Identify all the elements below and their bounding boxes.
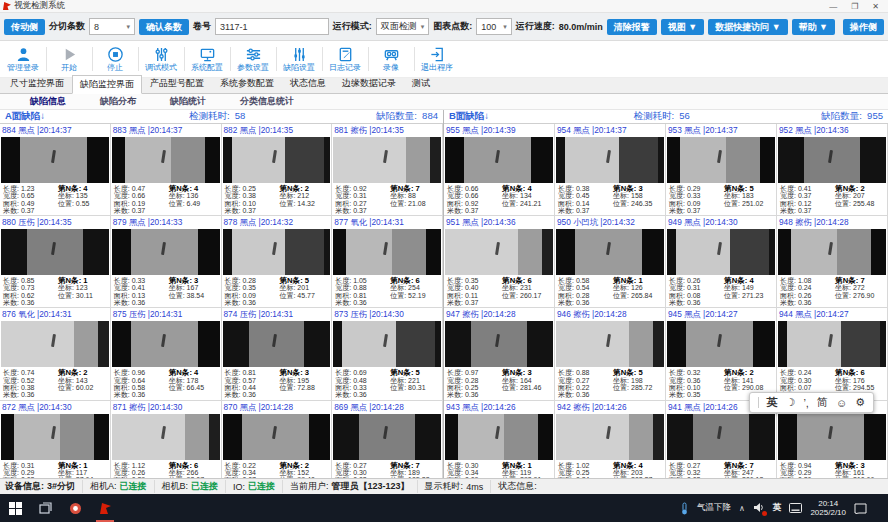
slit-count-select[interactable]: 8▾ bbox=[89, 18, 135, 35]
defect-image[interactable] bbox=[778, 229, 886, 275]
defect-card[interactable]: 877 氧化 |20:14:31长度: 1.05宽度: 0.88面积: 0.81… bbox=[332, 216, 443, 308]
data-shortcut-menu-button[interactable]: 数据快捷访问 ▼ bbox=[708, 19, 787, 35]
panel-title[interactable]: A面缺陷↓ bbox=[5, 110, 118, 123]
defect-card[interactable]: 873 压伤 |20:14:30长度: 0.69宽度: 0.48面积: 0.33… bbox=[332, 308, 443, 400]
defect-card[interactable]: 875 压伤 |20:14:31长度: 0.96宽度: 0.64面积: 0.58… bbox=[111, 308, 222, 400]
start-button[interactable] bbox=[0, 494, 30, 522]
sub-tab-2[interactable]: 缺陷分布 bbox=[100, 95, 136, 108]
defect-card[interactable]: 947 擦伤 |20:14:28长度: 0.97宽度: 0.28面积: 0.25… bbox=[444, 308, 555, 400]
defect-card[interactable]: 950 小凹坑 |20:14:32长度: 0.58宽度: 0.54面积: 0.2… bbox=[555, 216, 666, 308]
defect-card[interactable]: 880 压伤 |20:14:35长度: 0.85宽度: 0.73面积: 0.62… bbox=[0, 216, 111, 308]
taskbar-clock[interactable]: 20:14 2025/2/10 bbox=[810, 499, 846, 517]
help-menu-button[interactable]: 帮助 ▼ bbox=[792, 19, 835, 35]
close-button[interactable]: ✕ bbox=[872, 2, 879, 11]
defect-image[interactable] bbox=[223, 414, 331, 460]
defect-image[interactable] bbox=[778, 137, 886, 183]
ime-language-toggle[interactable]: 英 bbox=[767, 395, 778, 410]
chart-points-select[interactable]: 100▾ bbox=[476, 18, 512, 35]
defect-image[interactable] bbox=[1, 137, 109, 183]
defect-card[interactable]: 951 黑点 |20:14:36长度: 0.35宽度: 0.40面积: 0.11… bbox=[444, 216, 555, 308]
defect-image[interactable] bbox=[556, 229, 664, 275]
run-mode-select[interactable]: 双面检测▾ bbox=[376, 18, 430, 35]
maximize-button[interactable]: ❐ bbox=[851, 2, 858, 11]
ime-settings-gear-icon[interactable]: ⚙ bbox=[855, 396, 865, 409]
notification-center-icon[interactable] bbox=[854, 503, 867, 514]
defect-image[interactable] bbox=[667, 414, 775, 460]
defect-image[interactable] bbox=[445, 229, 553, 275]
defect-card[interactable]: 945 黑点 |20:14:27长度: 0.32宽度: 0.36面积: 0.10… bbox=[666, 308, 777, 400]
defect-image[interactable] bbox=[223, 321, 331, 367]
input-language-indicator[interactable]: 英 bbox=[773, 502, 782, 514]
toolbar-system-config-button[interactable]: 系统配置 bbox=[184, 41, 230, 77]
defect-image[interactable] bbox=[778, 414, 886, 460]
defect-image[interactable] bbox=[556, 414, 664, 460]
ime-simplified-toggle[interactable]: 简 bbox=[817, 395, 828, 410]
defect-image[interactable] bbox=[112, 321, 220, 367]
defect-card[interactable]: 952 黑点 |20:14:36长度: 0.41宽度: 0.37面积: 0.12… bbox=[777, 124, 888, 216]
defect-card[interactable]: 955 黑点 |20:14:39长度: 0.66宽度: 0.66面积: 0.92… bbox=[444, 124, 555, 216]
panel-title[interactable]: B面缺陷↓ bbox=[449, 110, 562, 123]
browser-pinned-button[interactable] bbox=[60, 494, 90, 522]
roll-number-input[interactable]: 3117-1 bbox=[215, 18, 329, 35]
defect-card[interactable]: 879 黑点 |20:14:33长度: 0.33宽度: 0.41面积: 0.13… bbox=[111, 216, 222, 308]
defect-card[interactable]: 953 黑点 |20:14:37长度: 0.29宽度: 0.33面积: 0.09… bbox=[666, 124, 777, 216]
defect-image[interactable] bbox=[112, 137, 220, 183]
thermometer-icon[interactable] bbox=[680, 502, 689, 515]
tray-expand-chevron-icon[interactable]: ∧ bbox=[739, 504, 745, 513]
ime-moon-icon[interactable]: ☽ bbox=[786, 396, 796, 409]
ime-emoji-icon[interactable]: ☺ bbox=[836, 397, 847, 409]
task-view-button[interactable] bbox=[30, 494, 60, 522]
defect-image[interactable] bbox=[445, 137, 553, 183]
toolbar-param-setting-button[interactable]: 参数设置 bbox=[230, 41, 276, 77]
defect-image[interactable] bbox=[667, 137, 775, 183]
defect-image[interactable] bbox=[556, 321, 664, 367]
defect-card[interactable]: 949 黑点 |20:14:30长度: 0.26宽度: 0.31面积: 0.08… bbox=[666, 216, 777, 308]
toolbar-log-record-button[interactable]: 日志记录 bbox=[322, 41, 368, 77]
inspection-app-taskbar-button[interactable] bbox=[90, 494, 120, 522]
volume-button[interactable] bbox=[753, 502, 765, 515]
defect-image[interactable] bbox=[333, 414, 441, 460]
toolbar-start-button[interactable]: 开始 bbox=[46, 41, 92, 77]
defect-image[interactable] bbox=[556, 137, 664, 183]
defect-image[interactable] bbox=[112, 229, 220, 275]
sub-tab-3[interactable]: 缺陷统计 bbox=[170, 95, 206, 108]
toolbar-stop-button[interactable]: 停止 bbox=[92, 41, 138, 77]
defect-card[interactable]: 946 擦伤 |20:14:28长度: 0.88宽度: 0.27面积: 0.22… bbox=[555, 308, 666, 400]
sub-tab-4[interactable]: 分类信息统计 bbox=[240, 95, 294, 108]
toolbar-admin-login-button[interactable]: 管理登录 bbox=[0, 41, 46, 77]
clear-alarm-button[interactable]: 清除报警 bbox=[607, 19, 657, 35]
defect-image[interactable] bbox=[1, 414, 109, 460]
toolbar-exit-program-button[interactable]: 退出程序 bbox=[414, 41, 460, 77]
sub-tab-1[interactable]: 缺陷信息 bbox=[30, 95, 66, 108]
defect-image[interactable] bbox=[1, 321, 109, 367]
view-menu-button[interactable]: 视图 ▼ bbox=[661, 19, 704, 35]
defect-card[interactable]: 882 黑点 |20:14:35长度: 0.25宽度: 0.38面积: 0.10… bbox=[222, 124, 333, 216]
defect-image[interactable] bbox=[667, 229, 775, 275]
operator-side-button[interactable]: 操作侧 bbox=[843, 19, 884, 35]
defect-image[interactable] bbox=[333, 229, 441, 275]
defect-image[interactable] bbox=[445, 321, 553, 367]
defect-image[interactable] bbox=[778, 321, 886, 367]
defect-card[interactable]: 948 擦伤 |20:14:28长度: 1.08宽度: 0.24面积: 0.26… bbox=[777, 216, 888, 308]
defect-image[interactable] bbox=[223, 229, 331, 275]
minimize-button[interactable]: — bbox=[829, 2, 837, 11]
defect-card[interactable]: 883 黑点 |20:14:37长度: 0.47宽度: 0.66面积: 0.19… bbox=[111, 124, 222, 216]
defect-card[interactable]: 944 黑点 |20:14:27长度: 0.24宽度: 0.30面积: 0.07… bbox=[777, 308, 888, 400]
ime-punctuation-toggle[interactable]: ’, bbox=[803, 397, 809, 409]
defect-card[interactable]: 954 黑点 |20:14:37长度: 0.38宽度: 0.45面积: 0.14… bbox=[555, 124, 666, 216]
defect-image[interactable] bbox=[667, 321, 775, 367]
toolbar-defect-setting-button[interactable]: 缺陷设置 bbox=[276, 41, 322, 77]
drive-side-button[interactable]: 传动侧 bbox=[4, 19, 45, 35]
defect-image[interactable] bbox=[445, 414, 553, 460]
defect-card[interactable]: 874 压伤 |20:14:31长度: 0.81宽度: 0.57面积: 0.44… bbox=[222, 308, 333, 400]
defect-image[interactable] bbox=[112, 414, 220, 460]
defect-card[interactable]: 878 黑点 |20:14:32长度: 0.28宽度: 0.35面积: 0.09… bbox=[222, 216, 333, 308]
toolbar-debug-mode-button[interactable]: 调试模式 bbox=[138, 41, 184, 77]
defect-image[interactable] bbox=[333, 137, 441, 183]
defect-card[interactable]: 876 氧化 |20:14:31长度: 0.74宽度: 0.52面积: 0.38… bbox=[0, 308, 111, 400]
defect-image[interactable] bbox=[333, 321, 441, 367]
defect-image[interactable] bbox=[223, 137, 331, 183]
defect-card[interactable]: 881 擦伤 |20:14:35长度: 0.92宽度: 0.31面积: 0.27… bbox=[332, 124, 443, 216]
toolbar-record-video-button[interactable]: 录像 bbox=[368, 41, 414, 77]
defect-card[interactable]: 884 黑点 |20:14:37长度: 1.23宽度: 0.65面积: 0.49… bbox=[0, 124, 111, 216]
